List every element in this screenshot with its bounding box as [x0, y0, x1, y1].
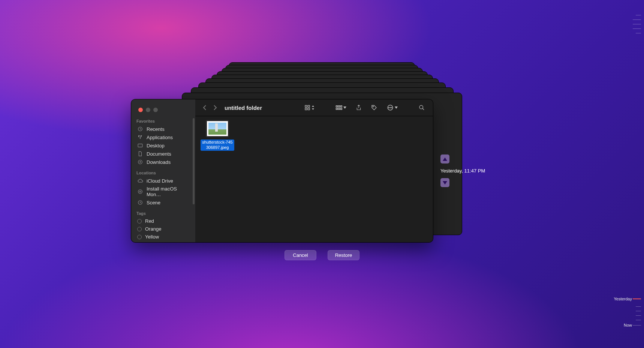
timeline-tick: [636, 320, 641, 320]
share-button[interactable]: [353, 105, 364, 111]
sidebar-item-scene[interactable]: Scene: [136, 198, 190, 207]
window-controls: [131, 104, 195, 117]
timeline-tick: [636, 15, 641, 15]
sidebar-item-label: Recents: [147, 126, 165, 132]
window-title: untitled folder: [225, 105, 262, 111]
clock-icon: [137, 200, 143, 206]
svg-point-19: [390, 107, 391, 108]
file-grid[interactable]: shutterstock-745306897.jpeg: [195, 116, 433, 242]
svg-rect-6: [305, 105, 307, 107]
sidebar-item-icloud[interactable]: iCloud Drive: [136, 177, 190, 185]
snapshot-nav: Yesterday, 11:47 PM: [440, 154, 485, 187]
sidebar-item-label: iCloud Drive: [147, 178, 173, 184]
sidebar-item-label: Scene: [147, 200, 160, 206]
svg-rect-15: [341, 108, 342, 110]
sidebar-item-label: Desktop: [147, 143, 165, 148]
svg-point-20: [391, 107, 392, 108]
sidebar-header-favorites: Favorites: [136, 119, 190, 123]
sidebar-item-label: Install macOS Mon…: [147, 186, 190, 197]
timeline-tick: [636, 306, 641, 307]
finder-window: Favorites Recents Applications Desktop D…: [131, 99, 433, 242]
svg-rect-14: [338, 108, 340, 110]
timeline[interactable]: Yesterday Now: [622, 11, 644, 337]
sidebar-item-install[interactable]: Install macOS Mon…: [136, 185, 190, 198]
nav-arrows: [203, 105, 217, 111]
updown-icon: [312, 105, 315, 110]
svg-rect-13: [336, 108, 338, 110]
sidebar-item-label: Yellow: [145, 234, 159, 240]
disc-icon: [137, 189, 143, 195]
sidebar-header-tags: Tags: [136, 211, 190, 216]
svg-rect-12: [341, 106, 342, 107]
svg-rect-9: [308, 108, 310, 110]
svg-point-18: [389, 107, 389, 108]
cancel-button[interactable]: Cancel: [285, 250, 316, 260]
sidebar: Favorites Recents Applications Desktop D…: [131, 99, 195, 242]
document-icon: [137, 151, 143, 157]
clock-icon: [137, 126, 143, 132]
sidebar-scrollbar[interactable]: [193, 118, 195, 204]
timeline-tick: [636, 311, 641, 311]
snapshot-timestamp: Yesterday, 11:47 PM: [440, 168, 485, 174]
timeline-tick: [633, 28, 641, 29]
restore-button[interactable]: Restore: [328, 250, 359, 260]
sidebar-section-locations: Locations iCloud Drive Install macOS Mon…: [131, 171, 195, 210]
forward-button[interactable]: [213, 105, 217, 111]
timeline-marker-now: [633, 325, 641, 326]
timeline-tick: [636, 315, 641, 316]
search-button[interactable]: [416, 105, 428, 111]
snapshot-next-button[interactable]: [440, 178, 449, 187]
close-button[interactable]: [138, 108, 143, 112]
download-icon: [137, 159, 143, 165]
sidebar-item-label: Documents: [147, 151, 171, 157]
timeline-label-yesterday: Yesterday: [614, 297, 632, 301]
svg-rect-10: [336, 106, 338, 107]
svg-rect-1: [138, 144, 142, 147]
sidebar-item-applications[interactable]: Applications: [136, 133, 190, 141]
sidebar-tag-yellow[interactable]: Yellow: [136, 233, 190, 241]
svg-point-21: [419, 105, 423, 109]
timeline-tick: [633, 20, 641, 20]
minimize-button[interactable]: [146, 108, 150, 112]
sidebar-tag-orange[interactable]: Orange: [136, 225, 190, 233]
group-button[interactable]: [332, 105, 349, 110]
svg-rect-11: [338, 106, 340, 107]
finder-main: untitled folder: [195, 99, 433, 242]
tag-button[interactable]: [368, 105, 380, 111]
tag-dot-icon: [137, 227, 142, 231]
view-icon-button[interactable]: [301, 105, 318, 111]
sidebar-item-recents[interactable]: Recents: [136, 125, 190, 133]
cloud-icon: [137, 178, 143, 184]
toolbar: untitled folder: [195, 99, 433, 116]
sidebar-section-tags: Tags Red Orange Yellow: [131, 211, 195, 242]
chevron-down-icon: [395, 106, 398, 109]
timeline-label-now: Now: [624, 323, 632, 327]
timeline-marker-yesterday: [633, 298, 641, 299]
svg-point-3: [138, 190, 142, 194]
sidebar-item-desktop[interactable]: Desktop: [136, 141, 190, 150]
sidebar-tag-red[interactable]: Red: [136, 217, 190, 225]
tag-dot-icon: [137, 219, 142, 224]
svg-rect-8: [305, 108, 307, 110]
action-buttons: Cancel Restore: [285, 250, 359, 260]
maximize-button[interactable]: [153, 108, 158, 112]
svg-rect-7: [308, 105, 310, 107]
snapshot-prev-button[interactable]: [440, 154, 449, 164]
sidebar-item-downloads[interactable]: Downloads: [136, 158, 190, 166]
file-item[interactable]: shutterstock-745306897.jpeg: [201, 120, 234, 151]
applications-icon: [137, 134, 143, 140]
file-name: shutterstock-745306897.jpeg: [201, 140, 234, 151]
sidebar-item-documents[interactable]: Documents: [136, 150, 190, 158]
sidebar-item-label: Red: [145, 218, 154, 224]
svg-point-16: [373, 106, 373, 107]
back-button[interactable]: [203, 105, 207, 111]
desktop-icon: [137, 142, 143, 148]
timeline-tick: [633, 24, 641, 24]
chevron-down-icon: [343, 106, 346, 109]
tag-dot-icon: [137, 235, 142, 239]
sidebar-item-label: Orange: [145, 226, 161, 232]
sidebar-header-locations: Locations: [136, 171, 190, 175]
action-button[interactable]: [384, 104, 401, 111]
file-thumbnail: [206, 120, 229, 137]
sidebar-item-label: Downloads: [147, 159, 171, 165]
